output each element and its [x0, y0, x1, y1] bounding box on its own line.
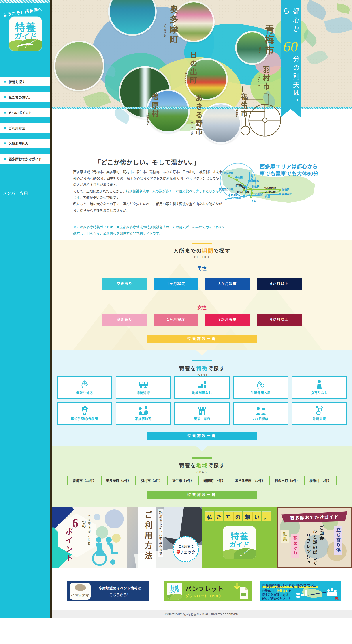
- map-line-itsukaichi: JR五日市線: [237, 190, 249, 194]
- leaf-decoration: [336, 3, 350, 14]
- card-mitori[interactable]: 看取り対応: [57, 376, 112, 398]
- card-shop[interactable]: 喫茶・売店: [174, 402, 229, 424]
- sidebar-item-usage[interactable]: ご利用方法: [0, 123, 50, 133]
- point-title: 特養を特徴で探す: [52, 364, 352, 372]
- hero-background: [52, 0, 352, 108]
- sidebar-item-label: 私たちの想い。: [9, 95, 32, 100]
- female-vacancy-button[interactable]: 空きあり: [102, 314, 147, 326]
- area-link-hinode[interactable]: 日の出町（8件）: [269, 476, 304, 486]
- male-6months-button[interactable]: 6か月以上: [257, 278, 302, 290]
- ribbon-number: 60: [281, 39, 300, 54]
- sidebar-item-label: 特養を探す: [9, 80, 25, 84]
- wheelchair-silhouette: [85, 534, 123, 567]
- facility-list-button-area[interactable]: 特養施設一覧: [147, 491, 257, 499]
- imatama-logo: イマ×タマ: [70, 583, 91, 600]
- sidebar-item-odekake[interactable]: 西多摩おでかけガイド: [0, 154, 50, 164]
- gingham-border: [0, 0, 50, 3]
- leaf-decoration: [97, 62, 117, 77]
- area-link-fussa[interactable]: 福生市（4件）: [167, 476, 198, 486]
- footer: COPYRIGHT 西多摩特養ガイド ALL RIGHTS RESERVED.: [52, 610, 352, 618]
- area-link-ome[interactable]: 青梅市（18件）: [67, 476, 101, 486]
- banner-row: 6 つの ポイント 西多摩地域の特養 ご利用方法 施設探しからお申込みまで ご利…: [52, 507, 352, 568]
- card-no-region[interactable]: 地域制限なし: [174, 376, 229, 398]
- leaf-decoration: [306, 48, 328, 67]
- card-welfare[interactable]: 生活保護入居: [233, 376, 288, 398]
- card-family-stay[interactable]: 家族宿泊可: [116, 402, 171, 424]
- odekake-item: 紅葉: [281, 530, 289, 544]
- bus-icon: [138, 380, 149, 389]
- consult-icon: [255, 406, 266, 415]
- odekake-item: リフレッシュ: [305, 534, 311, 565]
- photo-okutama-lake: [108, 0, 157, 36]
- female-6months-button[interactable]: 6か月以上: [257, 314, 302, 326]
- map-line-chuodo: 中央道: [263, 195, 270, 198]
- recommend-illustration: [295, 587, 340, 600]
- intro-p2-post: 老舗が多いのも特徴です。: [83, 196, 123, 200]
- card-funeral[interactable]: 葬式手配/永代供養: [57, 402, 112, 424]
- hero-romaji-mizuho: MIZUHO: [283, 48, 285, 59]
- hero-label-ome: 青梅市: [262, 25, 275, 56]
- banner-usage[interactable]: ご利用方法 施設探しからお申込みまで ご利用前に 要チェック: [127, 507, 202, 568]
- odekake-item: ご面会: [318, 525, 325, 541]
- intro-p1: 西多摩地域（青梅市、奥多摩町、羽村市、福生市、瑞穂町、あきる野市、日の出町、檜原…: [73, 170, 222, 186]
- ribbon-text-top: 都心から: [281, 8, 300, 43]
- male-vacancy-button[interactable]: 空きあり: [102, 278, 147, 290]
- area-link-hamura[interactable]: 羽村市（3件）: [135, 476, 167, 486]
- hero-label-hinode: 日の出町: [188, 51, 198, 85]
- female-3months-button[interactable]: 3か月程度: [205, 314, 250, 326]
- sidebar-item-label: ６つのポイント: [9, 110, 32, 115]
- sidebar-item-label: 入所お申込み: [9, 141, 29, 146]
- area-link-mizuho[interactable]: 瑞穂町（4件）: [198, 476, 229, 486]
- banner-six-points[interactable]: 6 つの ポイント 西多摩地域の特養: [52, 507, 127, 568]
- map-station-musashiitsukaichi: 武蔵五日市駅: [219, 188, 233, 191]
- area-link-akiruno[interactable]: あきる野市（13件）: [229, 476, 269, 486]
- map-shape-mizuho: [275, 18, 308, 46]
- intro-p3: 私たちと一緒に大きな空の下で、澄んだ空気を味わい、都民の喉を潤す源流を抱く山なみ…: [73, 202, 222, 212]
- sidebar-item-application[interactable]: 入所お申込み: [0, 138, 50, 148]
- area-link-okutama[interactable]: 奥多摩町（3件）: [101, 476, 135, 486]
- area-link-hinohara[interactable]: 檜原村（2件）: [304, 476, 336, 486]
- area-section: 特養を地域で探す AREA 青梅市（18件） 奥多摩町（3件） 羽村市（3件） …: [52, 446, 352, 507]
- bullet-icon: [4, 96, 6, 98]
- area-links: 青梅市（18件） 奥多摩町（3件） 羽村市（3件） 福生市（4件） 瑞穂町（4件…: [52, 476, 352, 486]
- check-badge: ご利用前に 要チェック: [173, 536, 199, 562]
- card-consult[interactable]: 365日相談: [233, 402, 288, 424]
- intro-note: ※この西多摩特養ガイドは、東京都西多摩地域の特別養護老人ホームの施設が、みんなで…: [73, 224, 228, 237]
- map-station-hachioji: 八王子駅: [246, 200, 256, 202]
- point-cards-row1: 看取り対応 通院送迎 地域制限なし 生活保護入居: [52, 376, 352, 398]
- card-souei[interactable]: 通院送迎: [116, 376, 171, 398]
- male-3months-button[interactable]: 3か月程度: [205, 278, 250, 290]
- card-no-relatives[interactable]: 身寄りなし: [292, 376, 347, 398]
- sidebar-item-points[interactable]: ６つのポイント: [0, 108, 50, 117]
- banner-thoughts[interactable]: 私 た ち の 想 い 。 特養 ガイド NISHITAMA: [202, 507, 277, 568]
- male-1month-button[interactable]: 1ヶ月程度: [154, 278, 198, 290]
- sidebar-item-thoughts[interactable]: 私たちの想い。: [0, 92, 50, 102]
- bullet-icon: [4, 142, 6, 144]
- map-ic-hachioji: 八王子IC: [231, 197, 241, 200]
- sidebar-item-label: ご利用方法: [9, 126, 25, 130]
- banner-point-word: ポイント: [63, 528, 74, 563]
- point-section: 特養を特徴で探す POINT 看取り対応 通院送迎 地域制限なし: [52, 350, 352, 446]
- site-logo[interactable]: 特養 ガイド NISHITAMA: [9, 17, 42, 51]
- banner-event-info[interactable]: イマ×タマ 多摩地域のイベント情報は こちらから！: [67, 581, 149, 602]
- sidebar-divider: [50, 0, 52, 618]
- map-station-shinjuku: 新宿駅: [282, 188, 289, 191]
- banner-pamphlet[interactable]: 特養 ガイド パンフレット ダウンロード（PDF）: [164, 581, 252, 602]
- female-1month-button[interactable]: 1ヶ月程度: [154, 314, 198, 326]
- map-ic-takaido: 高井戸IC: [282, 193, 292, 196]
- welfare-hand-icon: [256, 380, 265, 389]
- facility-list-button-point[interactable]: 特養施設一覧: [147, 432, 257, 440]
- sidebar-nav: 特養を探す 私たちの想い。 ６つのポイント ご利用方法 入所お申込み 西多摩おで…: [0, 77, 50, 170]
- banner-recommend[interactable]: 西多摩特養ガイド活用のススメ。 お仕事で、特養施設を 探すことが多い方は ぜひご…: [259, 581, 341, 602]
- card-outing[interactable]: 外出支援: [292, 402, 347, 424]
- odekake-item: ひと足のばして: [312, 529, 318, 566]
- sidebar-item-search[interactable]: 特養を探す: [0, 77, 50, 86]
- member-link[interactable]: メンバー専用: [3, 190, 28, 196]
- title-tiles: 私 た ち の 想 い 。: [205, 512, 271, 521]
- watercolor-dot: [105, 510, 124, 528]
- hero-label-hamura: 羽村市: [260, 66, 271, 91]
- map-station-okutama: 奥多摩駅: [224, 172, 233, 175]
- facility-list-button-period[interactable]: 特養施設一覧: [147, 334, 257, 343]
- banner-odekake[interactable]: 西多摩おでかけガイド ご面会 ひと足のばして リフレッシュ 立ち寄り湯 花めぐり…: [277, 507, 352, 568]
- bullet-icon: [4, 112, 6, 114]
